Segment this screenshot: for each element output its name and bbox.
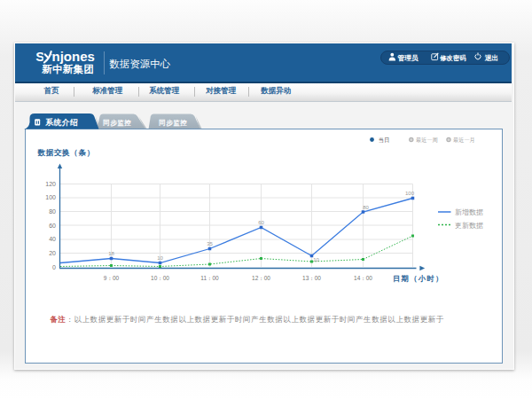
svg-text:120: 120 bbox=[46, 180, 57, 186]
svg-text:14：00: 14：00 bbox=[354, 275, 372, 281]
svg-text:9：00: 9：00 bbox=[104, 275, 120, 281]
svg-text:80: 80 bbox=[49, 208, 56, 215]
svg-text:80: 80 bbox=[363, 204, 369, 209]
svg-text:当日: 当日 bbox=[379, 136, 389, 143]
svg-text:新增数据: 新增数据 bbox=[455, 208, 483, 216]
svg-text:18: 18 bbox=[108, 251, 114, 256]
svg-text:10: 10 bbox=[157, 255, 163, 261]
svg-text:11：00: 11：00 bbox=[200, 275, 219, 281]
svg-text:13：00: 13：00 bbox=[302, 275, 321, 281]
svg-text:35: 35 bbox=[207, 241, 213, 246]
svg-text:40: 40 bbox=[49, 236, 56, 242]
svg-text:0: 0 bbox=[52, 263, 56, 270]
svg-text:12：00: 12：00 bbox=[252, 275, 270, 281]
svg-text:60: 60 bbox=[49, 222, 56, 228]
svg-text:60: 60 bbox=[258, 220, 264, 225]
svg-text:数据交换（条）: 数据交换（条） bbox=[37, 148, 95, 157]
svg-text:10: 10 bbox=[313, 257, 319, 262]
svg-text:最近一周: 最近一周 bbox=[416, 136, 438, 142]
svg-text:日期（小时）: 日期（小时） bbox=[393, 273, 444, 282]
svg-text:100: 100 bbox=[405, 191, 415, 196]
svg-text:20: 20 bbox=[49, 249, 56, 255]
svg-text:100: 100 bbox=[46, 194, 57, 200]
svg-text:更新数据: 更新数据 bbox=[455, 221, 483, 229]
svg-text:10：00: 10：00 bbox=[151, 275, 169, 281]
svg-text:最近一月: 最近一月 bbox=[453, 136, 475, 143]
